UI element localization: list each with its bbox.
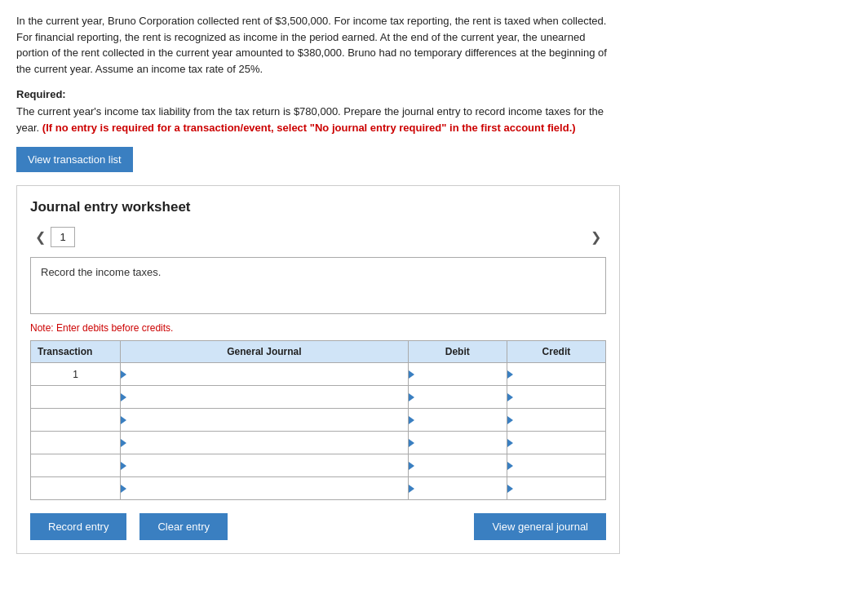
col-header-general-journal: General Journal <box>121 341 409 363</box>
table-row-debit-4[interactable] <box>408 454 507 477</box>
credit-input-4[interactable] <box>516 454 605 476</box>
credit-triangle-icon-0 <box>507 370 513 379</box>
table-row-credit-3[interactable] <box>507 432 605 454</box>
credit-triangle-icon-1 <box>507 393 513 401</box>
table-row-transaction-5 <box>31 477 121 500</box>
required-label: Required: <box>16 88 620 100</box>
debit-input-4[interactable] <box>418 454 507 476</box>
debit-credit-note: Note: Enter debits before credits. <box>30 322 606 334</box>
journal-entry-worksheet: Journal entry worksheet ❮ 1 ❯ Record the… <box>16 185 620 554</box>
credit-triangle-icon-4 <box>507 462 513 470</box>
required-section: Required: The current year's income tax … <box>16 88 620 135</box>
action-buttons: Record entry Clear entry View general jo… <box>30 513 606 540</box>
required-red-text: (If no entry is required for a transacti… <box>42 122 576 134</box>
credit-input-5[interactable] <box>516 477 605 499</box>
table-row-credit-5[interactable] <box>507 477 605 500</box>
debit-input-0[interactable] <box>418 363 507 385</box>
record-entry-button[interactable]: Record entry <box>30 513 126 540</box>
table-row-transaction-2 <box>31 409 121 432</box>
tab-number[interactable]: 1 <box>51 227 75 247</box>
table-row-debit-0[interactable] <box>408 363 507 386</box>
debit-input-5[interactable] <box>418 477 507 499</box>
table-row-transaction-4 <box>31 454 121 477</box>
table-row-credit-2[interactable] <box>507 409 605 432</box>
journal-input-0[interactable] <box>130 363 408 385</box>
table-row-credit-0[interactable] <box>507 363 605 386</box>
journal-input-5[interactable] <box>130 477 408 499</box>
credit-triangle-icon-5 <box>507 485 513 493</box>
view-transaction-list-button[interactable]: View transaction list <box>16 147 133 172</box>
required-text: The current year's income tax liability … <box>16 104 620 135</box>
debit-triangle-icon-1 <box>409 393 414 401</box>
col-header-debit: Debit <box>408 341 507 363</box>
debit-triangle-icon-3 <box>409 439 414 447</box>
journal-input-2[interactable] <box>130 409 408 431</box>
worksheet-title: Journal entry worksheet <box>30 199 606 215</box>
debit-input-3[interactable] <box>418 432 507 454</box>
prev-tab-arrow[interactable]: ❮ <box>30 228 51 246</box>
table-row-debit-2[interactable] <box>408 409 507 432</box>
journal-table: Transaction General Journal Debit Credit… <box>30 340 606 500</box>
debit-triangle-icon-4 <box>409 462 414 470</box>
debit-input-2[interactable] <box>418 409 507 431</box>
table-row-credit-4[interactable] <box>507 454 605 477</box>
view-general-journal-button[interactable]: View general journal <box>474 513 606 540</box>
credit-input-1[interactable] <box>516 386 605 408</box>
table-row-journal-3[interactable] <box>121 432 409 454</box>
table-row-transaction-0: 1 <box>31 363 121 386</box>
row-triangle-icon-0 <box>121 370 126 379</box>
problem-text: In the current year, Bruno Corporation c… <box>16 13 620 77</box>
table-row-journal-2[interactable] <box>121 409 409 432</box>
table-row-debit-3[interactable] <box>408 432 507 454</box>
debit-triangle-icon-0 <box>409 370 414 379</box>
credit-input-2[interactable] <box>516 409 605 431</box>
table-row-transaction-1 <box>31 386 121 409</box>
table-row-debit-5[interactable] <box>408 477 507 500</box>
col-header-transaction: Transaction <box>31 341 121 363</box>
table-row-transaction-3 <box>31 432 121 454</box>
next-tab-arrow[interactable]: ❯ <box>586 228 606 246</box>
tab-navigation: ❮ 1 ❯ <box>30 227 606 247</box>
row-triangle-icon-2 <box>121 416 126 424</box>
table-row-journal-5[interactable] <box>121 477 409 500</box>
debit-triangle-icon-5 <box>409 485 414 493</box>
row-triangle-icon-1 <box>121 393 126 401</box>
journal-input-1[interactable] <box>130 386 408 408</box>
clear-entry-button[interactable]: Clear entry <box>139 513 228 540</box>
credit-triangle-icon-2 <box>507 416 513 424</box>
table-row-debit-1[interactable] <box>408 386 507 409</box>
table-row-journal-0[interactable] <box>121 363 409 386</box>
journal-input-3[interactable] <box>130 432 408 454</box>
row-triangle-icon-3 <box>121 439 126 447</box>
credit-input-3[interactable] <box>516 432 605 454</box>
table-row-journal-4[interactable] <box>121 454 409 477</box>
credit-input-0[interactable] <box>516 363 605 385</box>
table-row-credit-1[interactable] <box>507 386 605 409</box>
transaction-description: Record the income taxes. <box>30 257 606 314</box>
row-triangle-icon-4 <box>121 462 126 470</box>
debit-input-1[interactable] <box>418 386 507 408</box>
journal-input-4[interactable] <box>130 454 408 476</box>
col-header-credit: Credit <box>507 341 605 363</box>
debit-triangle-icon-2 <box>409 416 414 424</box>
row-triangle-icon-5 <box>121 485 126 493</box>
credit-triangle-icon-3 <box>507 439 513 447</box>
table-row-journal-1[interactable] <box>121 386 409 409</box>
